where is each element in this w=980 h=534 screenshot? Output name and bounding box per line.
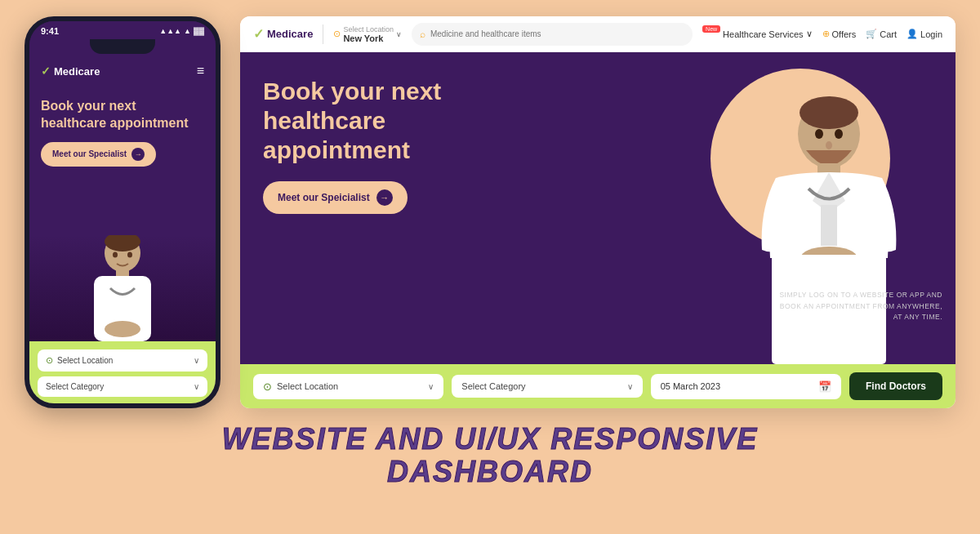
nav-login[interactable]: 👤 Login <box>906 29 942 39</box>
web-location[interactable]: ⊙ Select Location New York ∨ <box>333 25 402 43</box>
signal-icon: ▲▲▲ <box>159 27 181 35</box>
login-icon: 👤 <box>906 29 918 39</box>
web-hero-title: Book your next healthcare appointment <box>263 77 539 165</box>
footer-title-line2: DASHBOARD <box>222 456 759 488</box>
main-container: 9:41 ▲▲▲ ▲ ▓▓ ✓ Medicare ≡ <box>0 0 980 534</box>
location-pin-icon: ⊙ <box>46 355 53 366</box>
wifi-icon: ▲ <box>184 27 191 35</box>
web-bottom-bar: ⊙ Select Location ∨ Select Category ∨ 05… <box>240 364 956 408</box>
nav-cart[interactable]: 🛒 Cart <box>866 29 897 39</box>
web-hero: Book your next healthcare appointment Me… <box>240 52 956 364</box>
footer-title-line1: WEBSITE AND UI/UX RESPONSIVE <box>222 423 759 456</box>
web-hero-tagline: SIMPLY LOG ON TO A WEBSITE OR APP AND BO… <box>779 290 942 323</box>
mobile-menu-icon[interactable]: ≡ <box>197 64 204 78</box>
mobile-hero-title: Book your next healthcare appointment <box>41 98 204 132</box>
web-location-icon: ⊙ <box>263 380 272 393</box>
web-cta-arrow-icon: → <box>376 189 393 206</box>
mobile-category-select[interactable]: Select Category ∨ <box>38 376 207 397</box>
offers-icon: ⊕ <box>822 29 830 39</box>
svg-point-16 <box>826 141 832 149</box>
services-chevron-icon: ∨ <box>806 29 813 39</box>
website-mockup: ✓ Medicare ⊙ Select Location New York ∨ … <box>240 16 956 408</box>
mobile-bottom-bar: ⊙ Select Location ∨ Select Category ∨ <box>29 341 216 403</box>
mobile-notch <box>90 39 155 54</box>
mobile-status-bar: 9:41 ▲▲▲ ▲ ▓▓ <box>29 21 216 38</box>
web-doctor-figure <box>747 95 911 364</box>
logo-check-icon: ✓ <box>41 65 51 78</box>
nav-divider <box>323 24 323 44</box>
mobile-doctor-figure <box>78 235 167 341</box>
doctor-svg <box>747 95 911 364</box>
category-chevron-icon: ∨ <box>194 382 199 391</box>
content-row: 9:41 ▲▲▲ ▲ ▓▓ ✓ Medicare ≡ <box>24 16 956 408</box>
search-icon: ⌕ <box>420 29 425 40</box>
svg-point-8 <box>800 96 858 129</box>
mobile-time: 9:41 <box>41 26 59 36</box>
mobile-cta-button[interactable]: Meet our Specialist → <box>41 142 156 167</box>
web-hero-content: Book your next healthcare appointment Me… <box>240 52 956 364</box>
svg-point-14 <box>815 129 823 139</box>
mobile-cta-arrow-icon: → <box>131 148 145 161</box>
find-doctors-button[interactable]: Find Doctors <box>849 372 942 400</box>
web-hero-text: Book your next healthcare appointment Me… <box>240 52 562 364</box>
web-navbar: ✓ Medicare ⊙ Select Location New York ∨ … <box>240 16 956 52</box>
svg-point-15 <box>835 129 843 139</box>
web-date-picker[interactable]: 05 March 2023 📅 <box>651 374 841 399</box>
services-badge: New <box>702 25 720 33</box>
mobile-navbar: ✓ Medicare ≡ <box>29 57 216 85</box>
svg-point-6 <box>127 252 132 258</box>
svg-point-5 <box>113 252 118 258</box>
battery-icon: ▓▓ <box>194 27 204 35</box>
mobile-doctor-area <box>29 235 216 341</box>
web-logo-check-icon: ✓ <box>253 26 264 42</box>
calendar-icon: 📅 <box>818 380 831 393</box>
web-nav-links: New Healthcare Services ∨ ⊕ Offers 🛒 Car… <box>702 29 942 39</box>
web-location-select[interactable]: ⊙ Select Location ∨ <box>253 374 443 399</box>
web-category-chevron-icon: ∨ <box>627 382 633 391</box>
web-category-select[interactable]: Select Category ∨ <box>452 375 642 398</box>
mobile-hero: Book your next healthcare appointment Me… <box>29 85 216 235</box>
mobile-logo: ✓ Medicare <box>41 65 100 78</box>
nav-offers[interactable]: ⊕ Offers <box>822 29 857 39</box>
web-cta-button[interactable]: Meet our Speicialist → <box>263 181 408 214</box>
mobile-mockup: 9:41 ▲▲▲ ▲ ▓▓ ✓ Medicare ≡ <box>24 16 220 408</box>
svg-point-4 <box>105 321 140 337</box>
web-location-chevron-icon: ∨ <box>428 382 434 391</box>
search-input[interactable] <box>430 29 684 38</box>
mobile-location-select[interactable]: ⊙ Select Location ∨ <box>38 349 207 372</box>
svg-rect-13 <box>821 205 837 246</box>
web-search-bar[interactable]: ⌕ <box>412 23 693 46</box>
nav-services[interactable]: New Healthcare Services ∨ <box>702 29 812 39</box>
location-chevron-icon: ∨ <box>396 30 402 38</box>
mobile-status-icons: ▲▲▲ ▲ ▓▓ <box>159 27 204 35</box>
location-chevron-icon: ∨ <box>194 356 199 365</box>
web-logo: ✓ Medicare <box>253 26 313 42</box>
cart-icon: 🛒 <box>866 29 877 39</box>
location-icon: ⊙ <box>333 29 341 39</box>
bottom-title: WEBSITE AND UI/UX RESPONSIVE DASHBOARD <box>222 423 759 487</box>
